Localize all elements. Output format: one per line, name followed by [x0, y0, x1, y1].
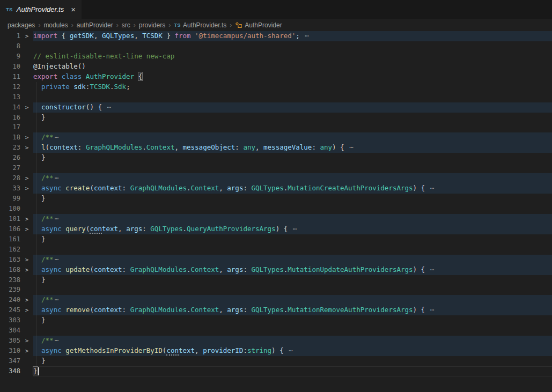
code-line[interactable]: 305> /**⋯: [0, 336, 552, 346]
code-token: TCSDK: [142, 32, 163, 40]
fold-ellipsis[interactable]: ⋯: [106, 103, 112, 111]
code-line[interactable]: 245> async remove(context: GraphQLModule…: [0, 305, 552, 315]
fold-chevron-icon[interactable]: >: [20, 215, 33, 225]
fold-ellipsis[interactable]: ⋯: [54, 174, 59, 182]
code-line[interactable]: 240> /**⋯: [0, 295, 552, 305]
code-line[interactable]: 101> /**⋯: [0, 214, 552, 224]
fold-chevron-icon[interactable]: >: [20, 143, 33, 153]
code-line[interactable]: 12 private sdk:TCSDK.Sdk;: [0, 82, 552, 92]
code-line[interactable]: 1>import { getSDK, GQLTypes, TCSDK } fro…: [0, 31, 552, 41]
code-line[interactable]: 238 }: [0, 275, 552, 285]
tab-authprovider[interactable]: TS AuthProvider.ts ×: [0, 0, 82, 19]
fold-chevron-icon[interactable]: >: [20, 295, 33, 306]
fold-ellipsis[interactable]: ⋯: [292, 225, 297, 233]
code-line[interactable]: 10@Injectable(): [0, 62, 552, 72]
code-token: GQLTypes: [150, 225, 182, 233]
code-token: {: [138, 72, 143, 80]
fold-chevron-icon[interactable]: >: [20, 32, 33, 42]
code-line[interactable]: 239: [0, 285, 552, 295]
fold-chevron-icon[interactable]: >: [20, 265, 33, 276]
breadcrumb-separator-icon: ›: [134, 21, 136, 29]
breadcrumb-item[interactable]: modules: [43, 21, 68, 29]
line-number: 33: [0, 183, 20, 194]
fold-ellipsis[interactable]: ⋯: [54, 295, 59, 304]
code-token: /**: [41, 133, 54, 141]
code-line[interactable]: 161 }: [0, 234, 552, 245]
code-line[interactable]: 14> constructor() { ⋯: [0, 102, 552, 113]
breadcrumb-item[interactable]: providers: [139, 21, 165, 29]
breadcrumb-item[interactable]: TSAuthProvider.ts: [174, 21, 226, 29]
code-token: /**: [41, 255, 54, 263]
fold-chevron-icon[interactable]: >: [20, 346, 33, 357]
code-line[interactable]: 310> async getMethodsInProviderByID(cont…: [0, 346, 552, 356]
code-line[interactable]: 9// eslint-disable-next-line new-cap: [0, 51, 552, 62]
close-icon[interactable]: ×: [71, 5, 76, 13]
code-token: (: [90, 184, 94, 192]
code-token: any: [320, 143, 332, 151]
fold-ellipsis[interactable]: ⋯: [429, 265, 435, 273]
line-number: 18: [0, 132, 20, 143]
code-line[interactable]: 347 }: [0, 356, 552, 366]
fold-ellipsis[interactable]: ⋯: [54, 336, 59, 344]
code-line[interactable]: 23> l(context: GraphQLModules.Context, m…: [0, 143, 552, 153]
code-token: [33, 346, 41, 354]
code-token: .: [110, 83, 114, 91]
code-token: }: [33, 276, 46, 284]
code-line[interactable]: 33> async create(context: GraphQLModules…: [0, 183, 552, 194]
code-line[interactable]: 303 }: [0, 315, 552, 326]
fold-ellipsis[interactable]: ⋯: [429, 306, 435, 314]
breadcrumb-item[interactable]: src: [122, 21, 130, 29]
line-number: 310: [0, 346, 20, 356]
code-line[interactable]: 16 }: [0, 113, 552, 123]
fold-chevron-icon[interactable]: >: [20, 103, 33, 113]
breadcrumb-item[interactable]: packages: [8, 21, 35, 29]
code-line[interactable]: 17: [0, 122, 552, 132]
code-editor[interactable]: 1>import { getSDK, GQLTypes, TCSDK } fro…: [0, 31, 552, 376]
line-number: 163: [0, 255, 20, 265]
fold-chevron-icon[interactable]: >: [20, 336, 33, 346]
code-line[interactable]: 348}: [0, 366, 552, 376]
code-line[interactable]: 163> /**⋯: [0, 255, 552, 265]
fold-chevron-icon[interactable]: >: [20, 255, 33, 265]
code-line[interactable]: 304: [0, 326, 552, 336]
fold-ellipsis[interactable]: ⋯: [54, 215, 59, 223]
fold-chevron-icon[interactable]: >: [20, 184, 33, 194]
code-line[interactable]: 168> async update(context: GraphQLModule…: [0, 265, 552, 275]
code-line[interactable]: 18> /**⋯: [0, 132, 552, 143]
fold-ellipsis[interactable]: ⋯: [429, 184, 435, 192]
code-token: }: [33, 357, 46, 365]
code-line[interactable]: 8: [0, 41, 552, 51]
code-line[interactable]: 13: [0, 92, 552, 102]
code-token: [33, 255, 41, 263]
code-line[interactable]: 99 }: [0, 194, 552, 204]
line-number: 28: [0, 173, 20, 183]
code-token: export: [33, 72, 57, 80]
code-line[interactable]: 26 }: [0, 153, 552, 163]
code-line[interactable]: 100: [0, 204, 552, 214]
code-token: ,: [195, 346, 203, 354]
line-number: 238: [0, 275, 20, 285]
fold-chevron-icon[interactable]: >: [20, 133, 33, 143]
code-token: .: [187, 265, 191, 273]
breadcrumb-item[interactable]: AuthProvider: [235, 21, 282, 29]
code-token: GQLTypes: [102, 32, 134, 40]
code-line[interactable]: 27: [0, 163, 552, 173]
line-number: 8: [0, 41, 20, 51]
fold-ellipsis[interactable]: ⋯: [348, 143, 354, 151]
code-line[interactable]: 106> async query(context, args: GQLTypes…: [0, 224, 552, 234]
code-line[interactable]: 11export class AuthProvider {: [0, 72, 552, 82]
code-token: (: [46, 143, 50, 151]
code-token: }: [33, 194, 46, 202]
fold-ellipsis[interactable]: ⋯: [54, 133, 59, 141]
fold-ellipsis[interactable]: ⋯: [54, 255, 59, 263]
fold-ellipsis[interactable]: ⋯: [288, 346, 293, 354]
code-line[interactable]: 162: [0, 245, 552, 255]
breadcrumb-item[interactable]: authProvider: [77, 21, 113, 29]
code-line[interactable]: 28> /**⋯: [0, 173, 552, 183]
fold-chevron-icon[interactable]: >: [20, 306, 33, 316]
fold-ellipsis[interactable]: ⋯: [304, 32, 309, 40]
line-number: 12: [0, 82, 20, 92]
fold-chevron-icon[interactable]: >: [20, 174, 33, 184]
code-token: ,: [255, 143, 263, 151]
fold-chevron-icon[interactable]: >: [20, 225, 33, 235]
